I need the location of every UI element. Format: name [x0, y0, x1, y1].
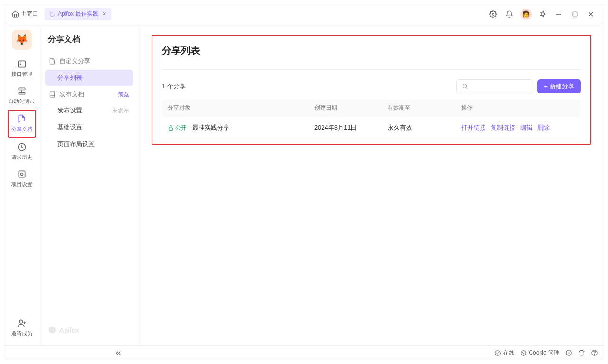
check-icon: [494, 350, 501, 356]
collapse-icon[interactable]: [114, 349, 122, 357]
toolbar-actions: + 新建分享: [456, 79, 581, 93]
pin-icon[interactable]: [537, 9, 548, 19]
svg-point-1: [492, 13, 494, 15]
cell-valid-until: 永久有效: [388, 123, 461, 132]
share-count: 1 个分享: [162, 82, 186, 91]
status-online[interactable]: 在线: [494, 349, 514, 357]
toolbar: 1 个分享 + 新建分享: [162, 79, 581, 93]
home-label: 主窗口: [21, 10, 38, 18]
sidebar-item-basic-settings[interactable]: 基础设置: [45, 119, 133, 135]
cookie-label: Cookie 管理: [529, 349, 560, 357]
sidebar-item-page-layout[interactable]: 页面布局设置: [45, 136, 133, 152]
new-share-button[interactable]: + 新建分享: [537, 79, 581, 93]
cell-operations: 打开链接 复制链接 编辑 删除: [461, 123, 575, 132]
svg-point-19: [463, 84, 467, 88]
left-rail: 🦊 接口管理 自动化测试 分享文档: [4, 24, 39, 345]
edit-button[interactable]: 编辑: [520, 123, 532, 132]
tab-apifox-best-practice[interactable]: Apifox 最佳实践 ✕: [45, 8, 111, 20]
svg-rect-3: [573, 12, 577, 16]
close-button[interactable]: [586, 9, 596, 19]
titlebar-left: 主窗口 Apifox 最佳实践 ✕: [8, 8, 111, 20]
th-created: 创建日期: [314, 104, 388, 112]
sidebar: 分享文档 自定义分享 分享列表 发布文档 预览: [39, 24, 139, 345]
home-button[interactable]: 主窗口: [8, 8, 42, 20]
shirt-icon[interactable]: [578, 349, 585, 356]
rail-label: 请求历史: [11, 154, 32, 161]
sidebar-group-custom-share[interactable]: 自定义分享: [45, 53, 133, 69]
item-label: 发布设置: [57, 106, 82, 115]
sidebar-item-publish-settings[interactable]: 发布设置 未发布: [45, 103, 133, 119]
highlight-region: 分享列表 1 个分享 + 新建分享: [152, 35, 591, 145]
search-icon: [462, 83, 468, 90]
search-input[interactable]: [456, 79, 532, 93]
body: 🦊 接口管理 自动化测试 分享文档: [4, 24, 604, 345]
brand-footer: Apifox: [45, 322, 133, 338]
svg-point-15: [19, 320, 23, 323]
rail-label: 邀请成员: [11, 330, 32, 337]
open-link-button[interactable]: 打开链接: [461, 123, 486, 132]
delete-button[interactable]: 删除: [537, 123, 550, 132]
rail-invite-members[interactable]: 邀请成员: [8, 315, 36, 341]
minimize-button[interactable]: [553, 9, 564, 19]
share-docs-icon: [17, 114, 27, 124]
sidebar-item-share-list[interactable]: 分享列表: [45, 70, 133, 86]
th-operations: 操作: [461, 104, 575, 112]
project-logo[interactable]: 🦊: [12, 30, 32, 50]
rail-share-docs[interactable]: 分享文档: [8, 110, 36, 138]
tab-loading-icon: [49, 11, 55, 17]
cell-target: 公开 最佳实践分享: [168, 123, 314, 132]
plus-icon: +: [544, 83, 548, 90]
invite-icon: [17, 318, 27, 328]
svg-line-20: [466, 87, 468, 89]
online-label: 在线: [503, 349, 514, 357]
titlebar: 主窗口 Apifox 最佳实践 ✕ 🧑: [4, 4, 604, 24]
svg-point-25: [524, 353, 524, 354]
unpublished-status: 未发布: [112, 107, 129, 115]
brand-label: Apifox: [59, 326, 79, 334]
svg-point-30: [594, 354, 595, 355]
svg-point-0: [50, 12, 55, 16]
svg-point-22: [495, 350, 501, 355]
unlock-icon: [168, 125, 174, 131]
help-icon[interactable]: [591, 349, 598, 356]
project-settings-icon: [17, 169, 27, 179]
preview-link[interactable]: 预览: [118, 91, 129, 99]
cookie-icon: [520, 350, 527, 356]
table-row: 公开 最佳实践分享 2024年3月11日 永久有效 打开链接 复制链接 编辑 删…: [162, 117, 581, 139]
history-icon: [17, 142, 27, 152]
svg-point-18: [49, 327, 56, 334]
main-content: 分享列表 1 个分享 + 新建分享: [139, 24, 604, 345]
api-icon: [17, 59, 27, 69]
th-target: 分享对象: [168, 104, 314, 112]
group-label: 自定义分享: [59, 57, 90, 65]
automation-icon: [17, 86, 27, 96]
copy-link-button[interactable]: 复制链接: [491, 123, 515, 132]
visibility-badge: 公开: [168, 124, 187, 132]
new-btn-label: 新建分享: [550, 82, 574, 91]
status-cookie-mgmt[interactable]: Cookie 管理: [520, 349, 560, 357]
rail-label: 项目设置: [11, 181, 32, 188]
statusbar-right: 在线 Cookie 管理: [494, 349, 598, 357]
rail-api-management[interactable]: 接口管理: [8, 56, 36, 82]
rail-automation-test[interactable]: 自动化测试: [8, 83, 36, 109]
svg-point-14: [20, 173, 23, 176]
titlebar-right: 🧑: [488, 9, 600, 20]
svg-rect-9: [19, 88, 25, 90]
settings-icon[interactable]: [488, 9, 498, 19]
brand-icon: [48, 326, 57, 334]
svg-rect-6: [18, 61, 25, 67]
maximize-button[interactable]: [570, 9, 580, 19]
avatar[interactable]: 🧑: [520, 9, 532, 20]
svg-rect-13: [19, 171, 25, 177]
rail-request-history[interactable]: 请求历史: [8, 139, 36, 165]
rail-project-settings[interactable]: 项目设置: [8, 166, 36, 192]
tab-close-icon[interactable]: ✕: [101, 11, 107, 17]
svg-rect-10: [19, 93, 25, 94]
group-label: 发布文档: [59, 90, 84, 99]
sidebar-group-publish-docs[interactable]: 发布文档 预览: [45, 86, 133, 103]
svg-rect-21: [169, 127, 173, 130]
add-icon[interactable]: [565, 349, 572, 356]
visibility-text: 公开: [175, 124, 187, 132]
svg-point-23: [521, 350, 526, 355]
bell-icon[interactable]: [504, 9, 514, 19]
